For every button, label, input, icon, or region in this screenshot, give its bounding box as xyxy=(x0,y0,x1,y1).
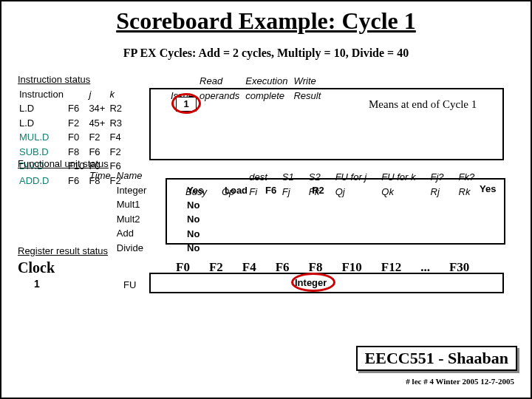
reg-status-label: Register result status xyxy=(18,245,108,258)
col-j: j xyxy=(89,88,108,101)
col-instr: Instruction xyxy=(19,88,66,101)
rk-yes: Yes xyxy=(480,183,496,196)
means-label: Means at end of Cycle 1 xyxy=(369,97,477,112)
highlight-oval-integer xyxy=(291,273,335,292)
footer-course: EECC551 - Shaaban xyxy=(356,346,517,371)
fu-integer-row: Load F6 R2 xyxy=(223,183,342,199)
fu-busy-col: Yes No No No No xyxy=(185,183,212,256)
highlight-oval-issue xyxy=(171,93,201,114)
fu-row-label: FU xyxy=(123,279,136,292)
slide-title: Scoreboard Example: Cycle 1 xyxy=(1,7,531,35)
clock-label: Clock xyxy=(18,258,55,278)
clock-value: 1 xyxy=(34,277,40,291)
slide-subtitle: FP EX Cycles: Add = 2 cycles, Multiply =… xyxy=(1,47,531,60)
slide: Scoreboard Example: Cycle 1 FP EX Cycles… xyxy=(0,0,532,399)
fu-names: TimeName Integer Mult1 Mult2 Add Divide xyxy=(88,168,152,256)
instr-status-label: Instruction status xyxy=(18,74,90,85)
col-k: k xyxy=(109,88,125,101)
footer-meta: # lec # 4 Winter 2005 12-7-2005 xyxy=(406,377,514,386)
